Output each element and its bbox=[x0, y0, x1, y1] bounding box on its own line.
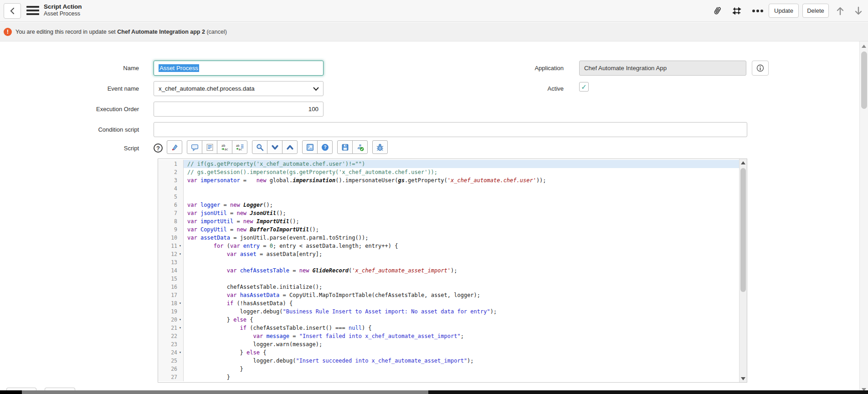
chevron-left-icon bbox=[9, 7, 15, 15]
code-line[interactable]: 3var impersonator = new global.impersina… bbox=[158, 176, 739, 184]
syntax-check-button[interactable] bbox=[352, 140, 368, 154]
code-text: var message = "Insert failed into x_chef… bbox=[184, 332, 739, 340]
code-line[interactable]: 8var importUtil = new ImportUtil(); bbox=[158, 217, 739, 225]
code-line[interactable]: 12▾ var asset = assetData[entry]; bbox=[158, 250, 739, 258]
code-line[interactable]: 19 logger.debug("Business Rule Insert to… bbox=[158, 307, 739, 316]
code-line[interactable]: 18▾ if (!hasAssetData) { bbox=[158, 299, 739, 307]
code-line[interactable]: 2// gs.getSession().impersonate(gs.getPr… bbox=[158, 168, 739, 176]
code-line[interactable]: 7var jsonUtil = new JsonUtil(); bbox=[158, 209, 739, 217]
find-next-button[interactable] bbox=[267, 140, 282, 154]
menu-icon[interactable] bbox=[26, 6, 39, 16]
line-number: 18 bbox=[171, 299, 177, 307]
code-line[interactable]: 13 bbox=[158, 258, 739, 266]
syntax-editor-toggle-button[interactable] bbox=[167, 140, 182, 154]
find-previous-button[interactable] bbox=[282, 140, 298, 154]
code-text: var hasAssetData = CopyUtil.MapToImportT… bbox=[184, 291, 739, 299]
execution-order-input[interactable]: 100 bbox=[154, 102, 324, 117]
line-number-gutter: 2 bbox=[158, 168, 184, 176]
code-line[interactable]: 11▾ for (var entry = 0; entry < assetDat… bbox=[158, 242, 739, 250]
line-number: 1 bbox=[174, 160, 177, 168]
line-number-gutter: 3 bbox=[158, 176, 184, 184]
code-line[interactable]: 23 logger.warn(message); bbox=[158, 340, 739, 348]
sliders-icon bbox=[732, 6, 742, 15]
back-button[interactable] bbox=[4, 3, 21, 19]
code-line[interactable]: 26 } bbox=[158, 365, 739, 373]
more-options-button[interactable] bbox=[750, 5, 765, 17]
event-name-value: x_chef_automate.chef.process.data bbox=[159, 85, 255, 92]
code-text bbox=[184, 193, 739, 201]
script-editor[interactable]: 1// if(gs.getProperty('x_chef_automate.c… bbox=[158, 159, 747, 383]
line-number-gutter: 14 bbox=[158, 266, 184, 275]
code-line[interactable]: 21▾ if (chefAssetsTable.insert() === nul… bbox=[158, 324, 739, 332]
script-help-button[interactable]: ? bbox=[154, 143, 163, 153]
code-text: if (!hasAssetData) { bbox=[184, 299, 739, 307]
replace-all-button[interactable]: abac bbox=[232, 140, 247, 154]
fold-arrow-icon[interactable]: ▾ bbox=[177, 299, 183, 307]
editor-scroll-down-button[interactable] bbox=[740, 375, 747, 382]
editor-scroll-up-button[interactable] bbox=[740, 159, 747, 166]
editor-scrollbar-thumb[interactable] bbox=[740, 168, 746, 292]
code-text bbox=[184, 275, 739, 283]
format-code-button[interactable] bbox=[202, 140, 217, 154]
code-line[interactable]: 22 var message = "Insert failed into x_c… bbox=[158, 332, 739, 340]
banner-cancel-link[interactable]: (cancel) bbox=[206, 29, 226, 35]
page-scrollbar-thumb[interactable] bbox=[861, 51, 867, 109]
chevron-down-icon bbox=[313, 87, 319, 91]
replace-button[interactable]: abac bbox=[217, 140, 232, 154]
line-number-gutter: 8 bbox=[158, 217, 184, 225]
code-text: var assetData = jsonUtil.parse(event.par… bbox=[184, 234, 739, 242]
fold-arrow-icon[interactable]: ▾ bbox=[177, 316, 183, 324]
code-line[interactable]: 27 } bbox=[158, 373, 739, 381]
code-line[interactable]: 17 var hasAssetData = CopyUtil.MapToImpo… bbox=[158, 291, 739, 299]
application-field: Chef Automate Integration App bbox=[579, 61, 746, 76]
code-line[interactable]: 9var CopyUtil = new BufferToImportUtil()… bbox=[158, 225, 739, 234]
search-button[interactable] bbox=[252, 140, 267, 154]
editor-help-icon: ? bbox=[321, 143, 329, 151]
attachments-button[interactable] bbox=[711, 5, 724, 17]
line-number: 20 bbox=[171, 316, 177, 324]
code-line[interactable]: 16 chefAssetsTable.initialize(); bbox=[158, 283, 739, 291]
line-number-gutter: 24▾ bbox=[158, 348, 184, 357]
fold-arrow-icon[interactable]: ▾ bbox=[177, 324, 183, 332]
next-record-button[interactable] bbox=[852, 5, 865, 17]
line-number-gutter: 9 bbox=[158, 225, 184, 234]
code-line[interactable]: 10var assetData = jsonUtil.parse(event.p… bbox=[158, 234, 739, 242]
open-in-new-window-button[interactable] bbox=[302, 140, 318, 154]
code-line[interactable]: 1// if(gs.getProperty('x_chef_automate.c… bbox=[158, 160, 739, 168]
code-line[interactable]: 14 var chefAssetsTable = new GlideRecord… bbox=[158, 266, 739, 275]
script-action-form-page: Script Action Asset Process bbox=[0, 0, 868, 394]
event-name-select[interactable]: x_chef_automate.chef.process.data bbox=[154, 81, 324, 96]
line-number-gutter: 23 bbox=[158, 340, 184, 348]
name-input[interactable]: Asset Process bbox=[154, 61, 324, 76]
fold-arrow-icon[interactable]: ▾ bbox=[177, 250, 183, 258]
editor-scrollbar[interactable] bbox=[739, 159, 747, 382]
update-button[interactable]: Update bbox=[769, 4, 799, 18]
line-number: 7 bbox=[174, 209, 177, 217]
line-number: 16 bbox=[171, 283, 177, 291]
active-checkbox[interactable]: ✓ bbox=[579, 82, 589, 92]
personalize-form-button[interactable] bbox=[730, 5, 743, 17]
page-scroll-up-button[interactable] bbox=[860, 42, 868, 50]
code-line[interactable]: 25 logger.debug("Insert succeeded into x… bbox=[158, 357, 739, 365]
editor-help-button[interactable]: ? bbox=[317, 140, 333, 154]
application-info-button[interactable] bbox=[752, 61, 769, 76]
page-scrollbar[interactable] bbox=[859, 41, 868, 394]
code-line[interactable]: 4 bbox=[158, 184, 739, 193]
line-number-gutter: 22 bbox=[158, 332, 184, 340]
delete-button[interactable]: Delete bbox=[802, 4, 829, 18]
line-number-gutter: 6 bbox=[158, 201, 184, 209]
code-line[interactable]: 15 bbox=[158, 275, 739, 283]
previous-record-button[interactable] bbox=[834, 5, 847, 17]
toggle-comment-button[interactable] bbox=[187, 140, 202, 154]
save-button[interactable] bbox=[337, 140, 353, 154]
fold-arrow-icon[interactable]: ▾ bbox=[177, 242, 183, 250]
code-line[interactable]: 5 bbox=[158, 193, 739, 201]
debug-script-button[interactable] bbox=[372, 140, 388, 154]
fold-arrow-icon[interactable]: ▾ bbox=[177, 348, 183, 357]
line-number: 9 bbox=[174, 225, 177, 234]
code-line[interactable]: 20▾ } else { bbox=[158, 316, 739, 324]
code-line[interactable]: 6var logger = new Logger(); bbox=[158, 201, 739, 209]
condition-script-input[interactable] bbox=[154, 122, 747, 137]
code-line[interactable]: 24▾ } else { bbox=[158, 348, 739, 357]
code-text: logger.debug("Business Rule Insert to As… bbox=[184, 307, 739, 316]
